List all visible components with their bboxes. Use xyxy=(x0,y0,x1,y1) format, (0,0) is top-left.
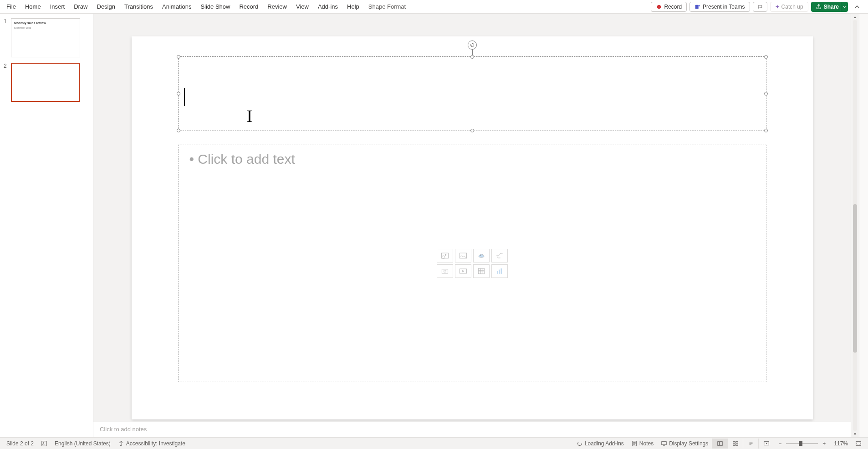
svg-rect-23 xyxy=(733,441,735,443)
scroll-up-button[interactable]: ▲ xyxy=(851,14,859,20)
spell-check-button[interactable] xyxy=(37,438,51,449)
insert-picture-button[interactable] xyxy=(455,249,471,262)
rotate-handle[interactable] xyxy=(468,40,477,50)
menu-shape-format[interactable]: Shape Format xyxy=(364,0,410,13)
title-placeholder[interactable]: I xyxy=(178,56,766,131)
fit-to-window-button[interactable] xyxy=(852,438,865,449)
resize-handle-ml[interactable] xyxy=(177,92,180,96)
content-placeholder-text: Click to add text xyxy=(189,151,755,167)
insert-smartart-button[interactable] xyxy=(491,249,508,262)
notes-toggle-button[interactable]: Notes xyxy=(628,438,657,449)
svg-rect-25 xyxy=(733,444,735,445)
content-insert-icons xyxy=(437,249,508,278)
main-area: 1 Monthly sales review September 2023 2 xyxy=(0,14,868,437)
fit-window-icon xyxy=(855,440,862,447)
menu-slide-show[interactable]: Slide Show xyxy=(196,0,235,13)
menu-draw[interactable]: Draw xyxy=(69,0,92,13)
insert-chart-button[interactable] xyxy=(491,264,508,278)
resize-handle-tl[interactable] xyxy=(177,55,180,59)
menu-transitions[interactable]: Transitions xyxy=(120,0,158,13)
insert-icon-button[interactable] xyxy=(473,249,490,262)
zoom-slider-track[interactable] xyxy=(786,443,818,444)
picture-icon xyxy=(458,251,468,260)
cameo-icon xyxy=(440,267,450,276)
thumbnail-preview: Monthly sales review September 2023 xyxy=(14,21,77,54)
svg-point-2 xyxy=(699,5,700,6)
resize-handle-tr[interactable] xyxy=(764,55,768,59)
present-in-teams-button[interactable]: Present in Teams xyxy=(689,2,750,12)
insert-stock-image-button[interactable] xyxy=(437,249,453,262)
text-cursor-icon: I xyxy=(247,106,253,126)
thumbnail-number: 1 xyxy=(4,18,8,57)
zoom-level-button[interactable]: 117% xyxy=(830,438,852,449)
thumbnail-slide-2[interactable] xyxy=(11,63,80,102)
record-icon xyxy=(656,4,662,10)
menu-home[interactable]: Home xyxy=(20,0,46,13)
loading-addins-label: Loading Add-ins xyxy=(585,440,624,447)
catch-up-label: Catch up xyxy=(781,4,803,10)
slide[interactable]: I Click to add text xyxy=(132,36,813,419)
accessibility-button[interactable]: Accessibility: Investigate xyxy=(114,438,189,449)
language-button[interactable]: English (United States) xyxy=(51,438,114,449)
menu-add-ins[interactable]: Add-ins xyxy=(313,0,342,13)
content-placeholder[interactable]: Click to add text xyxy=(178,145,766,382)
reading-view-icon xyxy=(748,440,754,447)
comment-icon xyxy=(758,4,762,10)
scroll-down-button[interactable]: ▼ xyxy=(851,431,859,437)
stock-image-icon xyxy=(440,251,450,260)
display-settings-button[interactable]: Display Settings xyxy=(657,438,712,449)
sparkle-icon: ✦ xyxy=(775,4,780,10)
resize-handle-tm[interactable] xyxy=(470,55,474,59)
svg-rect-20 xyxy=(662,441,667,444)
reading-view-button[interactable] xyxy=(743,439,758,449)
smartart-icon xyxy=(495,251,505,260)
slide-sorter-view-button[interactable] xyxy=(727,439,743,449)
record-button[interactable]: Record xyxy=(651,2,687,12)
menu-animations[interactable]: Animations xyxy=(158,0,196,13)
normal-view-button[interactable] xyxy=(712,439,727,449)
catch-up-button[interactable]: ✦ Catch up xyxy=(770,2,808,12)
zoom-slider-thumb[interactable] xyxy=(799,441,802,446)
zoom-in-button[interactable]: + xyxy=(821,440,827,447)
collapse-ribbon-button[interactable] xyxy=(851,4,863,10)
notes-icon xyxy=(631,440,638,447)
menu-view[interactable]: View xyxy=(291,0,313,13)
scroll-thumb[interactable] xyxy=(853,204,857,353)
zoom-out-button[interactable]: − xyxy=(776,440,783,447)
slide-canvas-area[interactable]: I Click to add text xyxy=(93,14,851,422)
comments-button[interactable] xyxy=(753,2,767,12)
slide-thumbnail-panel[interactable]: 1 Monthly sales review September 2023 2 xyxy=(0,14,93,437)
insert-video-button[interactable] xyxy=(455,264,471,278)
share-dropdown[interactable] xyxy=(841,2,848,12)
resize-handle-mr[interactable] xyxy=(764,92,768,96)
svg-point-4 xyxy=(445,254,446,256)
menu-insert[interactable]: Insert xyxy=(46,0,70,13)
svg-point-9 xyxy=(444,270,446,272)
insert-cameo-button[interactable] xyxy=(437,264,453,278)
svg-point-7 xyxy=(480,255,481,256)
menu-file[interactable]: File xyxy=(2,0,20,13)
menu-tabs: File Home Insert Draw Design Transitions… xyxy=(2,0,410,13)
insert-table-button[interactable] xyxy=(473,264,490,278)
menu-record[interactable]: Record xyxy=(235,0,263,13)
menu-review[interactable]: Review xyxy=(263,0,291,13)
resize-handle-bm[interactable] xyxy=(470,129,474,132)
menu-help[interactable]: Help xyxy=(342,0,364,13)
present-teams-label: Present in Teams xyxy=(703,4,745,10)
vertical-scrollbar[interactable]: ▲ ▼ xyxy=(851,14,859,437)
thumbnail-slide-1[interactable]: Monthly sales review September 2023 xyxy=(11,18,80,57)
svg-rect-28 xyxy=(856,441,861,445)
svg-point-17 xyxy=(120,441,122,442)
svg-rect-24 xyxy=(736,441,738,443)
resize-handle-br[interactable] xyxy=(764,129,768,132)
chevron-up-icon xyxy=(854,4,860,10)
menu-bar: File Home Insert Draw Design Transitions… xyxy=(0,0,868,14)
thumbnail-number: 2 xyxy=(4,63,8,102)
resize-handle-bl[interactable] xyxy=(177,129,180,132)
accessibility-icon xyxy=(118,440,124,447)
share-button[interactable]: Share xyxy=(811,2,843,12)
notes-pane[interactable]: Click to add notes xyxy=(93,422,851,437)
menu-design[interactable]: Design xyxy=(92,0,120,13)
display-settings-label: Display Settings xyxy=(669,440,708,447)
slideshow-view-button[interactable] xyxy=(758,439,774,449)
